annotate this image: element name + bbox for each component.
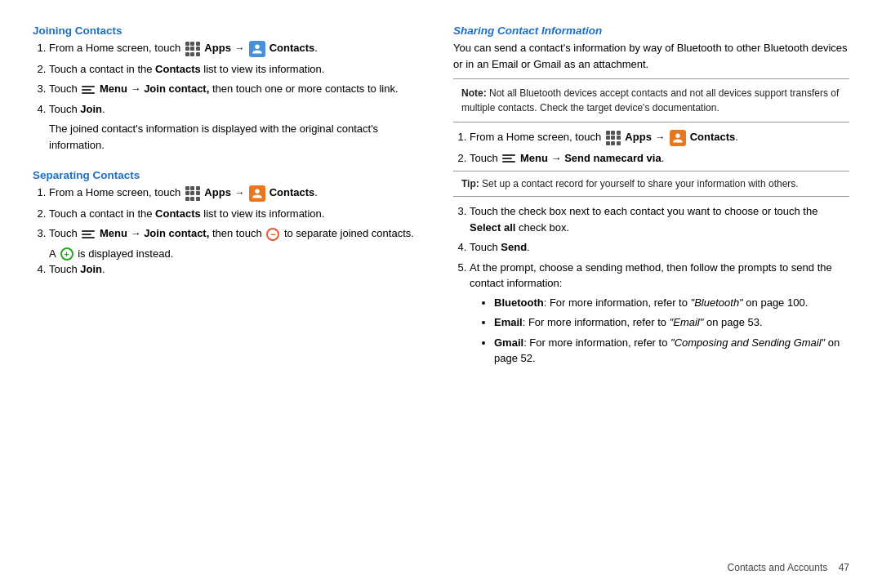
- separating-step-4-text: Touch Join.: [49, 263, 105, 275]
- separating-step-4-list: Touch Join.: [33, 261, 429, 278]
- joining-step-1-text: From a Home screen, touch Apps → Contact…: [49, 42, 318, 54]
- sharing-contact-title: Sharing Contact Information: [453, 24, 849, 37]
- sharing-step-4: Touch Send.: [470, 239, 849, 256]
- menu-icon-1: [82, 86, 95, 94]
- contacts-icon-orange-2: [670, 130, 686, 146]
- separating-step-3-text: Touch Menu → Join contact, then touch − …: [49, 227, 414, 239]
- separating-step-1: From a Home screen, touch Apps → Contact…: [49, 185, 429, 202]
- bluetooth-note-box: Note: Not all Bluetooth devices accept c…: [453, 78, 849, 122]
- sharing-step-4-text: Touch Send.: [470, 241, 530, 253]
- contacts-icon-blue-1: [249, 41, 265, 57]
- note-label: Note: Not all Bluetooth devices accept c…: [461, 87, 839, 114]
- apps-label-2: Apps: [204, 186, 231, 198]
- sharing-steps-list-1: From a Home screen, touch Apps → Contact…: [453, 129, 849, 166]
- tip-box: Tip: Set up a contact record for yoursel…: [453, 171, 849, 197]
- menu-icon-3: [502, 154, 515, 163]
- sharing-step-3: Touch the check box next to each contact…: [470, 203, 849, 235]
- separating-step-2-text: Touch a contact in the Contacts list to …: [49, 207, 324, 220]
- sharing-step-2: Touch Menu → Send namecard via.: [470, 150, 849, 167]
- apps-grid-icon-3: [606, 131, 621, 145]
- sharing-step-2-text: Touch Menu → Send namecard via.: [470, 152, 664, 164]
- separating-step-4: Touch Join.: [49, 261, 429, 278]
- joining-step-3-text: Touch Menu → Join contact, then touch on…: [49, 82, 399, 95]
- separating-plus-note: A + is displayed instead.: [33, 246, 429, 262]
- joining-contacts-section: Joining Contacts From a Home screen, tou…: [33, 24, 429, 153]
- joining-step-1: From a Home screen, touch Apps → Contact…: [49, 40, 429, 57]
- separating-step-2: Touch a contact in the Contacts list to …: [49, 206, 429, 222]
- plus-circle-icon: +: [60, 247, 74, 261]
- left-column: Joining Contacts From a Home screen, tou…: [33, 24, 429, 564]
- minus-circle-icon: −: [266, 228, 279, 241]
- sharing-steps-list-2: Touch the check box next to each contact…: [453, 203, 849, 367]
- sharing-step-5-text: At the prompt, choose a sending method, …: [470, 261, 832, 290]
- sharing-step-5: At the prompt, choose a sending method, …: [470, 260, 849, 367]
- separating-step-1-text: From a Home screen, touch Apps → Contact…: [49, 186, 318, 198]
- sharing-bullets: Bluetooth: For more information, refer t…: [470, 295, 849, 367]
- contacts-label-3: Contacts: [690, 131, 736, 143]
- arrow-3: →: [655, 131, 665, 143]
- bullet-bluetooth: Bluetooth: For more information, refer t…: [494, 295, 849, 311]
- joining-contacts-title: Joining Contacts: [33, 24, 429, 37]
- footer-page: 47: [839, 562, 849, 573]
- sharing-step-3-text: Touch the check box next to each contact…: [470, 205, 817, 234]
- joining-note: The joined contact's information is disp…: [33, 121, 429, 153]
- sharing-step-1: From a Home screen, touch Apps → Contact…: [470, 129, 849, 146]
- sharing-contact-section: Sharing Contact Information You can send…: [453, 24, 849, 371]
- sharing-intro: You can send a contact's information by …: [453, 40, 849, 72]
- separating-steps-list: From a Home screen, touch Apps → Contact…: [33, 185, 429, 242]
- menu-icon-2: [82, 230, 95, 238]
- tip-label: Tip: Set up a contact record for yoursel…: [461, 178, 799, 189]
- bullet-bluetooth-text: Bluetooth: For more information, refer t…: [494, 296, 808, 309]
- apps-grid-icon-1: [185, 42, 200, 56]
- contacts-icon-orange-1: [249, 185, 265, 202]
- joining-step-2-text: Touch a contact in the Contacts list to …: [49, 63, 324, 75]
- arrow-1: →: [234, 42, 244, 54]
- bullet-gmail-text: Gmail: For more information, refer to "C…: [494, 336, 840, 365]
- page-footer: Contacts and Accounts 47: [728, 562, 849, 573]
- separating-step-3: Touch Menu → Join contact, then touch − …: [49, 225, 429, 242]
- joining-step-3: Touch Menu → Join contact, then touch on…: [49, 81, 429, 97]
- apps-grid-icon-2: [185, 186, 200, 201]
- contacts-label-2: Contacts: [270, 186, 315, 198]
- separating-contacts-section: Separating Contacts From a Home screen, …: [33, 169, 429, 282]
- footer-text: Contacts and Accounts: [728, 562, 828, 573]
- separating-contacts-title: Separating Contacts: [33, 169, 429, 181]
- joining-step-4-text: Touch Join.: [49, 103, 105, 115]
- right-column: Sharing Contact Information You can send…: [453, 24, 849, 564]
- joining-step-4: Touch Join.: [49, 101, 429, 118]
- bullet-gmail: Gmail: For more information, refer to "C…: [494, 335, 849, 367]
- bullet-email-text: Email: For more information, refer to "E…: [494, 316, 763, 328]
- apps-label-3: Apps: [625, 131, 652, 143]
- sharing-step-1-text: From a Home screen, touch Apps → Contact…: [470, 131, 738, 143]
- contacts-label-1: Contacts: [270, 42, 315, 54]
- joining-step-2: Touch a contact in the Contacts list to …: [49, 61, 429, 78]
- apps-label-1: Apps: [204, 42, 231, 54]
- bullet-email: Email: For more information, refer to "E…: [494, 314, 849, 331]
- arrow-2: →: [234, 187, 244, 198]
- joining-steps-list: From a Home screen, touch Apps → Contact…: [33, 40, 429, 117]
